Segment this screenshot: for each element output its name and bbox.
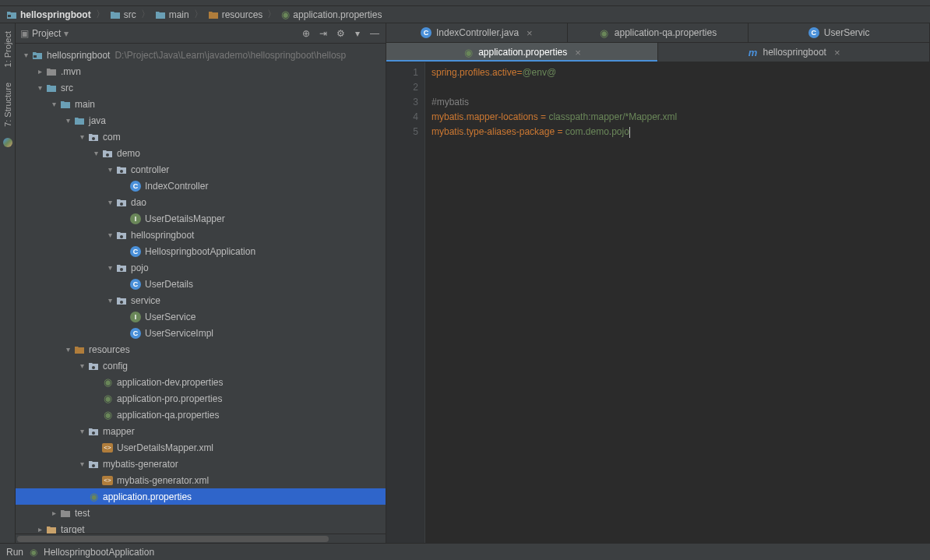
tree-arrow-icon[interactable]: ▾ — [104, 263, 115, 272]
code-line[interactable]: #mybatis — [432, 95, 930, 110]
tree-label: UserDetails — [145, 279, 193, 290]
tree-arrow-icon[interactable]: ▸ — [34, 67, 45, 76]
editor-tab[interactable]: mhellospringboot× — [658, 43, 930, 62]
tree-label: HellospringbootApplication — [145, 246, 255, 257]
tree-label: java — [89, 115, 106, 126]
close-icon[interactable]: × — [834, 47, 840, 58]
tree-row[interactable]: <>UserDetailsMapper.xml — [16, 439, 386, 456]
tree-arrow-icon[interactable]: ▾ — [76, 361, 87, 370]
tree-row[interactable]: ▾java — [16, 112, 386, 129]
editor-tab[interactable]: CIndexController.java× — [386, 23, 568, 42]
tree-row[interactable]: CUserServiceImpl — [16, 325, 386, 341]
code-line[interactable]: mybatis.mapper-locations = classpath:map… — [432, 110, 930, 125]
tree-row[interactable]: ▸target — [16, 521, 386, 534]
tree-arrow-icon[interactable]: ▾ — [48, 100, 59, 108]
tree-row[interactable]: ▾pojo — [16, 259, 386, 276]
code-editor[interactable]: 12345 spring.profiles.active=@env@ #myba… — [386, 62, 930, 543]
breadcrumb-item[interactable]: main — [152, 9, 192, 20]
line-number: 4 — [386, 110, 418, 125]
folder-res-icon — [208, 10, 219, 19]
tree-row[interactable]: CHellospringbootApplication — [16, 243, 386, 259]
tree-label: dao — [131, 197, 146, 208]
tree-row[interactable]: ◉application-dev.properties — [16, 374, 386, 390]
text-caret — [629, 127, 630, 138]
tree-arrow-icon[interactable]: ▾ — [76, 132, 87, 141]
locate-icon[interactable]: ⊕ — [300, 27, 312, 40]
horizontal-scrollbar[interactable] — [16, 534, 386, 543]
tree-row[interactable]: ◉application-pro.properties — [16, 390, 386, 407]
breadcrumb-item[interactable]: ◉application.properties — [278, 9, 385, 20]
class-c-icon: C — [129, 180, 142, 192]
run-config-name[interactable]: HellospringbootApplication — [44, 547, 154, 558]
color-ring-icon[interactable] — [3, 138, 12, 147]
editor-tab[interactable]: ◉application-qa.properties — [568, 23, 749, 42]
editor-tab[interactable]: CUserServic — [749, 23, 930, 42]
folder-icon — [59, 507, 72, 519]
tree-label: main — [75, 99, 95, 110]
tree-row[interactable]: IUserDetailsMapper — [16, 210, 386, 227]
tree-arrow-icon[interactable]: ▾ — [76, 460, 87, 468]
code-line[interactable] — [432, 80, 930, 95]
editor-tab[interactable]: ◉application.properties× — [386, 43, 658, 62]
tree-row[interactable]: ▾demo — [16, 145, 386, 161]
tree-arrow-icon[interactable]: ▾ — [20, 51, 31, 59]
tree-row[interactable]: CIndexController — [16, 178, 386, 194]
hide-icon[interactable]: — — [368, 27, 381, 40]
tree-arrow-icon[interactable]: ▾ — [34, 83, 45, 92]
tree-row[interactable]: ▾hellospringbootD:\Project\Java\Learn\ja… — [16, 47, 386, 63]
breadcrumb-item[interactable]: hellospringboot — [3, 9, 94, 20]
tree-arrow-icon[interactable]: ▾ — [62, 116, 73, 125]
status-bar: Run ◉ HellospringbootApplication — [0, 543, 930, 560]
project-tree[interactable]: ▾hellospringbootD:\Project\Java\Learn\ja… — [16, 44, 386, 534]
rail-tab-project[interactable]: 1: Project — [3, 26, 12, 72]
run-label[interactable]: Run — [6, 547, 23, 558]
tree-row[interactable]: ▾resources — [16, 341, 386, 357]
breadcrumb-item[interactable]: src — [107, 9, 139, 20]
chevron-down-icon[interactable]: ▾ — [64, 28, 69, 39]
tree-row[interactable]: ▾config — [16, 357, 386, 374]
code-content[interactable]: spring.profiles.active=@env@ #mybatismyb… — [425, 62, 930, 543]
tree-row[interactable]: ▸.mvn — [16, 63, 386, 79]
tree-label: demo — [117, 148, 140, 159]
tree-row[interactable]: ▾dao — [16, 194, 386, 210]
rail-tab-structure[interactable]: 7: Structure — [3, 78, 12, 132]
tree-arrow-icon[interactable]: ▸ — [34, 525, 45, 534]
class-c-icon: C — [421, 27, 432, 38]
tree-arrow-icon[interactable]: ▾ — [62, 345, 73, 354]
tree-row[interactable]: ▾src — [16, 79, 386, 96]
tree-arrow-icon[interactable]: ▾ — [104, 198, 115, 206]
top-strip — [0, 0, 930, 6]
tree-label: config — [103, 361, 128, 372]
tree-arrow-icon[interactable]: ▾ — [76, 427, 87, 435]
tree-row[interactable]: CUserDetails — [16, 276, 386, 292]
collapse-icon[interactable]: ⇥ — [317, 27, 329, 40]
code-line[interactable]: spring.profiles.active=@env@ — [432, 65, 930, 80]
code-line[interactable]: mybatis.type-aliases-package = com.demo.… — [432, 125, 930, 139]
breadcrumb-sep: 〉 — [267, 8, 277, 21]
breadcrumb-item[interactable]: resources — [205, 9, 266, 20]
tree-row[interactable]: ▾mybatis-generator — [16, 456, 386, 472]
tree-row[interactable]: ▸test — [16, 505, 386, 521]
tree-arrow-icon[interactable]: ▾ — [104, 231, 115, 239]
tree-row[interactable]: ◉application.properties — [16, 488, 386, 505]
gear-icon[interactable]: ⚙ — [334, 27, 347, 40]
tree-row[interactable]: ◉application-qa.properties — [16, 407, 386, 423]
tree-row[interactable]: ▾controller — [16, 161, 386, 178]
tree-row[interactable]: ▾mapper — [16, 423, 386, 439]
tree-row[interactable]: ▾com — [16, 129, 386, 145]
close-icon[interactable]: × — [527, 27, 533, 39]
tree-arrow-icon[interactable]: ▾ — [104, 165, 115, 174]
chevron-down-icon[interactable]: ▾ — [351, 27, 364, 40]
props-icon: ◉ — [463, 47, 474, 58]
tree-row[interactable]: ▾hellospringboot — [16, 227, 386, 243]
xml-icon: <> — [101, 474, 114, 487]
tree-row[interactable]: ▾main — [16, 96, 386, 112]
tree-arrow-icon[interactable]: ▸ — [48, 509, 59, 517]
tree-row[interactable]: IUserService — [16, 308, 386, 325]
tree-row[interactable]: ▾service — [16, 292, 386, 308]
tree-arrow-icon[interactable]: ▾ — [104, 296, 115, 305]
close-icon[interactable]: × — [575, 47, 581, 58]
breadcrumb-sep: 〉 — [96, 8, 105, 21]
tree-row[interactable]: <>mybatis-generator.xml — [16, 472, 386, 488]
tree-arrow-icon[interactable]: ▾ — [90, 149, 101, 157]
